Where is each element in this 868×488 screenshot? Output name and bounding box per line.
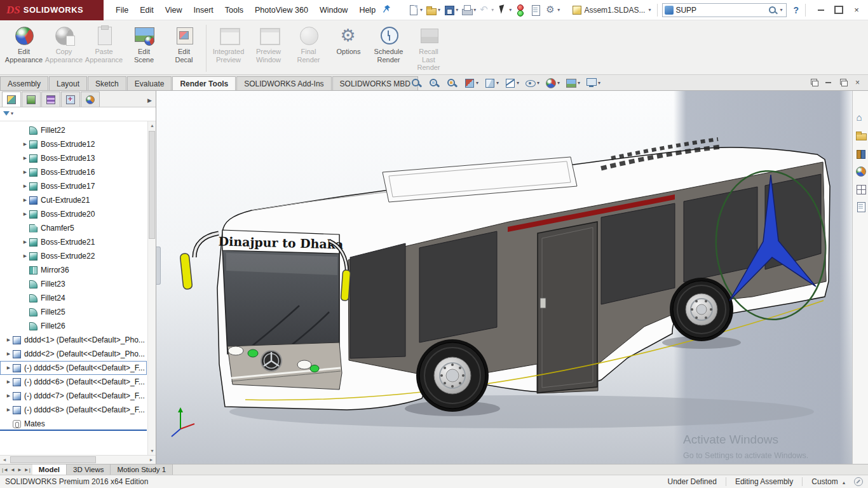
tree-item[interactable]: ▶ Cut-Extrude21	[0, 193, 147, 207]
dropdown-caret-icon[interactable]: ▾	[456, 7, 458, 13]
toolbar-button[interactable]	[514, 4, 529, 16]
tab-nav-arrow-icon[interactable]: ►|	[24, 467, 31, 473]
schedule-render-button[interactable]: Schedule Render	[369, 22, 409, 74]
expand-arrow-icon[interactable]: ▶	[4, 379, 13, 384]
document-restore-icon[interactable]	[808, 78, 819, 87]
tree-item[interactable]: Chamfer5	[0, 221, 147, 235]
dropdown-caret-icon[interactable]: ▾	[473, 7, 476, 13]
custom-properties-icon[interactable]	[855, 201, 866, 212]
menu-item[interactable]: PhotoView 360	[249, 0, 314, 20]
expand-arrow-icon[interactable]: ▶	[4, 351, 13, 356]
hud-button[interactable]: ▾	[585, 77, 600, 89]
tree-item[interactable]: ▶ (-) dddd<6> (Default<<Default>_F...	[0, 375, 147, 389]
view-palette-icon[interactable]	[855, 184, 866, 194]
hud-button[interactable]: ▾	[524, 77, 539, 89]
scrollbar-thumb[interactable]	[149, 131, 155, 239]
units-caret-icon[interactable]: ▴	[843, 480, 845, 485]
toolbar-button[interactable]: ▾	[443, 4, 460, 16]
dropdown-caret-icon[interactable]: ▾	[491, 7, 494, 13]
integrated-preview-button[interactable]: Integrated Preview	[208, 22, 248, 74]
edit-decal-button[interactable]: Edit Decal	[164, 22, 204, 74]
tree-item[interactable]: ▶ Boss-Extrude17	[0, 179, 147, 193]
dropdown-caret-icon[interactable]: ▾	[557, 7, 560, 13]
tree-item[interactable]: ▶ Boss-Extrude16	[0, 165, 147, 179]
hud-button[interactable]: ▾	[565, 77, 580, 89]
document-tab[interactable]: Model	[32, 464, 67, 475]
command-tab[interactable]: Sketch	[88, 76, 126, 90]
document-minimize-icon[interactable]	[823, 78, 834, 87]
tab-nav-arrow-icon[interactable]: ◄	[10, 467, 15, 473]
pin-menu-icon[interactable]	[383, 4, 391, 15]
expand-arrow-icon[interactable]: ▶	[4, 337, 13, 342]
final-render-button[interactable]: Final Render	[288, 22, 329, 74]
dropdown-caret-icon[interactable]: ▾	[537, 80, 539, 86]
menu-item[interactable]: Help	[353, 0, 381, 20]
tree-item[interactable]: Mates	[0, 417, 147, 431]
document-maximize-icon[interactable]	[837, 78, 848, 87]
dropdown-caret-icon[interactable]: ▾	[517, 80, 519, 86]
dropdown-caret-icon[interactable]: ▾	[557, 80, 560, 86]
menu-item[interactable]: Tools	[219, 0, 249, 20]
tree-item[interactable]: ▶ dddd<2> (Default<<Default>_Pho...	[0, 347, 147, 361]
menu-item[interactable]: Edit	[134, 0, 159, 20]
tree-item[interactable]: Fillet22	[0, 123, 147, 137]
tree-item[interactable]: ▶ (-) dddd<8> (Default<<Default>_F...	[0, 403, 147, 417]
toolbar-button[interactable]: ▾	[496, 4, 513, 16]
hud-button[interactable]	[410, 77, 423, 89]
help-button[interactable]: ?	[791, 5, 801, 15]
units-dropdown[interactable]: Custom ▴	[811, 477, 845, 486]
tree-item[interactable]: Fillet24	[0, 291, 147, 305]
dropdown-caret-icon[interactable]: ▾	[598, 80, 600, 86]
tree-item[interactable]: Fillet25	[0, 305, 147, 319]
dropdown-caret-icon[interactable]: ▾	[438, 7, 440, 13]
dropdown-caret-icon[interactable]: ▾	[496, 80, 499, 86]
edit-appearance-button[interactable]: Edit Appearance	[4, 22, 44, 74]
menu-item[interactable]: File	[110, 0, 134, 20]
tree-vertical-scrollbar[interactable]: ▲ ▼	[147, 121, 156, 455]
panel-tab[interactable]	[41, 92, 60, 107]
toolbar-button[interactable]: ▾	[425, 4, 442, 16]
tree-item[interactable]: ▶ (-) dddd<5> (Default<<Default>_F...	[0, 361, 147, 375]
scroll-up-arrow-icon[interactable]: ▲	[148, 121, 156, 130]
appearances-scenes-icon[interactable]	[855, 166, 866, 177]
toolbar-button[interactable]	[529, 4, 544, 16]
tree-item[interactable]: Fillet26	[0, 319, 147, 333]
hud-button[interactable]	[428, 77, 440, 89]
dropdown-caret-icon[interactable]: ▾	[476, 80, 478, 86]
tree-item[interactable]: ▶ Boss-Extrude12	[0, 137, 147, 151]
hud-button[interactable]: ▾	[504, 77, 519, 89]
file-explorer-icon[interactable]	[855, 130, 866, 141]
dropdown-caret-icon[interactable]: ▾	[509, 7, 512, 13]
search-box[interactable]: ▾	[662, 3, 787, 17]
dropdown-caret-icon[interactable]: ▾	[648, 7, 651, 13]
edit-scene-button[interactable]: Edit Scene	[124, 22, 164, 74]
tree-item[interactable]: Mirror36	[0, 263, 147, 277]
search-input[interactable]	[675, 6, 766, 15]
hud-button[interactable]: ▾	[545, 77, 560, 89]
dropdown-caret-icon[interactable]: ▾	[780, 7, 782, 13]
command-tab[interactable]: Assembly	[0, 76, 48, 90]
scrollbar-thumb[interactable]	[10, 456, 96, 463]
dropdown-caret-icon[interactable]: ▾	[578, 80, 580, 86]
panel-tab[interactable]	[22, 92, 41, 107]
expand-arrow-icon[interactable]: ▶	[21, 198, 29, 203]
dropdown-caret-icon[interactable]: ▾	[420, 7, 423, 13]
menu-item[interactable]: Insert	[188, 0, 219, 20]
tab-nav-arrow-icon[interactable]: ►	[17, 467, 22, 473]
expand-arrow-icon[interactable]: ▶	[21, 254, 29, 259]
expand-arrow-icon[interactable]: ▶	[21, 240, 29, 245]
tree-item[interactable]: ▶ Boss-Extrude21	[0, 235, 147, 249]
expand-arrow-icon[interactable]: ▶	[4, 365, 13, 370]
close-button[interactable]: ×	[848, 3, 865, 17]
scroll-down-arrow-icon[interactable]: ▼	[148, 447, 156, 455]
solidworks-resources-icon[interactable]	[855, 112, 866, 123]
maximize-button[interactable]	[831, 3, 847, 17]
menu-item[interactable]: Window	[314, 0, 353, 20]
tree-item[interactable]: ▶ Boss-Extrude22	[0, 249, 147, 263]
expand-arrow-icon[interactable]: ▶	[21, 142, 29, 147]
panel-tab[interactable]	[61, 92, 80, 107]
command-tab[interactable]: SOLIDWORKS MBD	[332, 76, 418, 90]
expand-arrow-icon[interactable]: ▶	[21, 156, 29, 161]
scroll-right-arrow-icon[interactable]: ►	[147, 458, 156, 462]
command-tab[interactable]: Render Tools	[172, 76, 236, 90]
